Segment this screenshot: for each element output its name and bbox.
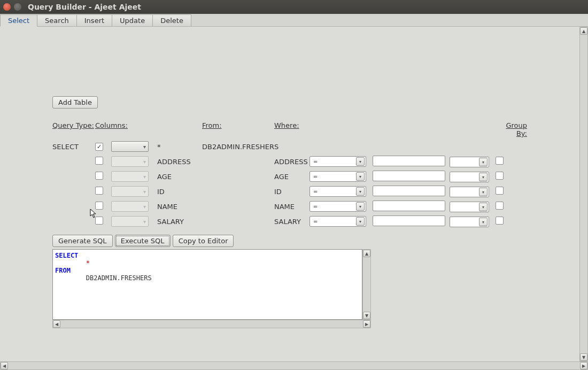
chevron-down-icon: ▾ <box>356 202 365 211</box>
where-value-input-age[interactable] <box>373 171 445 181</box>
scroll-right-icon[interactable]: ▶ <box>363 320 370 328</box>
where-col-age: AGE <box>274 173 310 181</box>
copy-to-editor-button[interactable]: Copy to Editor <box>173 235 234 247</box>
header-from: From: <box>202 121 274 137</box>
chevron-down-icon: ▾ <box>143 219 146 225</box>
groupby-checkbox-name[interactable] <box>496 202 504 210</box>
groupby-checkbox-age[interactable] <box>496 172 504 180</box>
where-op-combo-name[interactable]: =▾ <box>310 201 366 212</box>
groupby-checkbox-salary[interactable] <box>496 217 504 225</box>
chevron-down-icon: ▾ <box>356 217 365 226</box>
where-conj-combo-id[interactable]: ▾ <box>450 187 489 197</box>
column-name-id: ID <box>154 188 202 196</box>
chevron-down-icon: ▾ <box>479 218 488 226</box>
column-checkbox-salary[interactable] <box>95 217 103 225</box>
header-group-by: Group By: <box>495 121 527 137</box>
close-icon[interactable] <box>3 3 11 11</box>
where-op-combo-salary[interactable]: =▾ <box>310 216 366 227</box>
column-name-age: AGE <box>154 173 202 181</box>
column-checkbox-age[interactable] <box>95 172 103 180</box>
chevron-down-icon: ▾ <box>356 157 365 166</box>
execute-sql-button[interactable]: Execute SQL <box>115 235 171 247</box>
tab-select[interactable]: Select <box>0 14 37 27</box>
chevron-down-icon: ▾ <box>143 174 146 180</box>
query-type-value: SELECT <box>52 143 95 151</box>
where-conj-combo-address[interactable]: ▾ <box>450 157 489 167</box>
chevron-down-icon: ▾ <box>479 203 488 211</box>
chevron-down-icon: ▾ <box>143 144 146 150</box>
where-conj-combo-name[interactable]: ▾ <box>450 202 489 212</box>
window-title: Query Builder - Ajeet Ajeet <box>28 3 141 11</box>
title-bar: Query Builder - Ajeet Ajeet <box>0 0 588 14</box>
where-value-input-salary[interactable] <box>373 215 445 226</box>
tab-search[interactable]: Search <box>37 14 77 27</box>
column-name-salary: SALARY <box>154 218 202 226</box>
tab-bar: Select Search Insert Update Delete <box>0 14 588 27</box>
where-value-input-address[interactable] <box>373 156 445 166</box>
where-op-combo-id[interactable]: =▾ <box>310 186 366 197</box>
scroll-down-icon[interactable]: ▼ <box>580 353 587 361</box>
column-checkbox-star[interactable] <box>95 143 103 151</box>
scroll-down-icon[interactable]: ▼ <box>363 312 370 319</box>
column-agg-combo-salary[interactable]: ▾ <box>111 216 149 227</box>
column-agg-combo-star[interactable]: ▾ <box>111 141 149 152</box>
groupby-checkbox-address[interactable] <box>496 157 504 165</box>
column-name-name: NAME <box>154 203 202 211</box>
where-col-id: ID <box>274 188 310 196</box>
where-col-name: NAME <box>274 203 310 211</box>
tab-delete[interactable]: Delete <box>152 14 191 27</box>
content-pane: Add Table Query Type: Columns: From: Whe… <box>0 27 588 361</box>
chevron-down-icon: ▾ <box>356 187 365 196</box>
from-table: DB2ADMIN.FRESHERS <box>202 143 274 151</box>
column-checkbox-name[interactable] <box>95 202 103 210</box>
chevron-down-icon: ▾ <box>479 158 488 166</box>
tab-update[interactable]: Update <box>112 14 153 27</box>
sql-preview[interactable]: SELECT * FROM DB2ADMIN.FRESHERS <box>52 249 362 320</box>
scroll-left-icon[interactable]: ◀ <box>53 320 60 328</box>
minimize-icon[interactable] <box>14 3 21 11</box>
where-value-input-id[interactable] <box>373 186 445 196</box>
groupby-checkbox-id[interactable] <box>496 187 504 195</box>
header-query-type: Query Type: <box>52 121 95 137</box>
column-name-star: * <box>154 143 202 151</box>
chevron-down-icon: ▾ <box>143 159 146 165</box>
where-op-combo-age[interactable]: =▾ <box>310 171 366 182</box>
where-col-salary: SALARY <box>274 218 310 226</box>
where-op-combo-address[interactable]: =▾ <box>310 156 366 167</box>
column-agg-combo-address[interactable]: ▾ <box>111 156 149 167</box>
chevron-down-icon: ▾ <box>479 188 488 196</box>
page-horizontal-scrollbar[interactable]: ◀ ▶ <box>0 361 588 370</box>
scroll-up-icon[interactable]: ▲ <box>363 250 370 257</box>
tab-insert[interactable]: Insert <box>76 14 112 27</box>
header-columns: Columns: <box>95 121 202 137</box>
header-where: Where: <box>274 121 488 137</box>
column-agg-combo-age[interactable]: ▾ <box>111 171 149 182</box>
generate-sql-button[interactable]: Generate SQL <box>52 235 113 247</box>
where-value-input-name[interactable] <box>373 201 445 211</box>
sql-vertical-scrollbar[interactable]: ▲ ▼ <box>362 249 371 320</box>
chevron-down-icon: ▾ <box>479 173 488 181</box>
scroll-up-icon[interactable]: ▲ <box>580 27 587 35</box>
where-conj-combo-salary[interactable]: ▾ <box>450 217 489 227</box>
column-checkbox-id[interactable] <box>95 187 103 195</box>
sql-horizontal-scrollbar[interactable]: ◀ ▶ <box>52 320 371 328</box>
chevron-down-icon: ▾ <box>143 204 146 210</box>
column-agg-combo-name[interactable]: ▾ <box>111 201 149 212</box>
where-conj-combo-age[interactable]: ▾ <box>450 172 489 182</box>
chevron-down-icon: ▾ <box>356 172 365 181</box>
page-vertical-scrollbar[interactable]: ▲ ▼ <box>579 27 588 361</box>
column-checkbox-address[interactable] <box>95 157 103 165</box>
where-col-address: ADDRESS <box>274 158 310 166</box>
chevron-down-icon: ▾ <box>143 189 146 195</box>
add-table-button[interactable]: Add Table <box>52 96 98 109</box>
scroll-left-icon[interactable]: ◀ <box>1 362 8 369</box>
column-agg-combo-id[interactable]: ▾ <box>111 186 149 197</box>
scroll-right-icon[interactable]: ▶ <box>580 362 587 369</box>
column-name-address: ADDRESS <box>154 158 202 166</box>
